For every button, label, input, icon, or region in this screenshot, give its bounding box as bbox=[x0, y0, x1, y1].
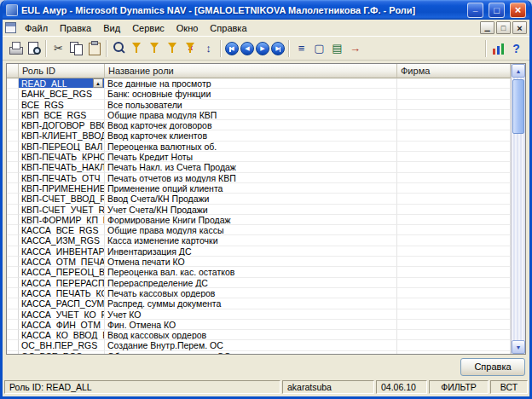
cell-firm[interactable] bbox=[397, 78, 511, 89]
menu-item-1[interactable]: Правка bbox=[54, 21, 97, 35]
row-selector[interactable] bbox=[7, 215, 19, 225]
cell-role-name[interactable]: Ввод Счета/КН Продажи bbox=[105, 194, 397, 204]
row-selector[interactable] bbox=[7, 205, 19, 215]
table-row[interactable]: КАССА_ИЗМ_RGSКасса изменение карточки bbox=[7, 235, 511, 246]
cell-role-name[interactable]: Фин. Отмена КО bbox=[105, 320, 397, 330]
cell-role-id[interactable]: КВП-ПЕЧАТЬ_КРНОТ_RGS bbox=[19, 152, 105, 162]
cell-role-id[interactable]: ВСЕ_RGS bbox=[19, 100, 105, 110]
cell-role-id[interactable]: КАССА_ОТМ_ПЕЧАТИ_... bbox=[19, 257, 105, 267]
cell-firm[interactable] bbox=[397, 235, 511, 246]
row-selector[interactable] bbox=[7, 309, 19, 320]
minimize-button[interactable] bbox=[467, 3, 483, 18]
cell-role-name[interactable]: Инвентаризация ДС bbox=[105, 246, 397, 257]
cell-role-name[interactable]: Все пользователи bbox=[105, 100, 397, 110]
cell-role-name[interactable]: Ввод карточек клиентов bbox=[105, 130, 397, 141]
table-row[interactable]: КАССА_УЧЕТ_КО_RGSУчет КО bbox=[7, 309, 511, 320]
table-row[interactable]: КВП-ПЕЧАТЬ_НАКЛ_RGSПечать Накл. из Счета… bbox=[7, 162, 511, 172]
cell-firm[interactable] bbox=[397, 267, 511, 277]
cell-role-id[interactable]: КАССА_ИНВЕНТАР_RGS bbox=[19, 246, 105, 257]
cell-role-id[interactable]: КАССА_ФИН_ОТМ_КО_... bbox=[19, 320, 105, 330]
navigate-icon[interactable]: → bbox=[346, 39, 364, 57]
table-row[interactable]: КВП_ВСЕ_RGSОбщие права модуля КВП bbox=[7, 110, 511, 120]
print-icon[interactable] bbox=[7, 39, 25, 57]
cell-role-id[interactable]: КАССА_РАСП_СУММЫ_... bbox=[19, 298, 105, 309]
cell-role-id[interactable]: КВП-СЧЕТ_ВВОД_RGS bbox=[19, 194, 105, 204]
table-row[interactable]: ОС_ВН.ПЕР_RGSСоздание Внутр.Перем. ОС bbox=[7, 340, 511, 350]
column-header-role-id[interactable]: Роль ID bbox=[19, 64, 105, 78]
cell-role-name[interactable]: Распред. суммы документа bbox=[105, 298, 397, 309]
row-selector[interactable] bbox=[7, 173, 19, 183]
table-row[interactable]: КАССА_ОТМ_ПЕЧАТИ_...Отмена печати КО bbox=[7, 257, 511, 267]
cell-role-name[interactable]: Печать отчетов из модуля КВП bbox=[105, 173, 397, 183]
table-row[interactable]: КАССА_ПЕРЕОЦ_ВАЛ_...Переоценка вал. кас.… bbox=[7, 267, 511, 277]
selector-header[interactable] bbox=[7, 64, 19, 78]
cell-firm[interactable] bbox=[397, 215, 511, 225]
cell-firm[interactable] bbox=[397, 205, 511, 215]
cell-firm[interactable] bbox=[397, 330, 511, 340]
table-row[interactable]: КАССА_ИНВЕНТАР_RGSИнвентаризация ДС bbox=[7, 246, 511, 257]
cell-role-name[interactable]: Общие права модуля кассы bbox=[105, 225, 397, 235]
cell-role-name[interactable]: Общие права для модуля ОС bbox=[105, 351, 397, 354]
cell-role-name[interactable]: Банк: основные функции bbox=[105, 89, 397, 99]
table-row[interactable]: КАССА_КО_ВВОД_RGSВвод кассовых ордеров bbox=[7, 330, 511, 340]
table-row[interactable]: КВП-ПЕРЕОЦ_ВАЛ_RGSПереоценка валютных об… bbox=[7, 142, 511, 152]
cell-firm[interactable] bbox=[397, 130, 511, 141]
table-row[interactable]: КВП-ФОРМИР_КП_RGSФормирование Книги Прод… bbox=[7, 215, 511, 225]
cell-role-name[interactable]: Печать кассовых ордеров bbox=[105, 288, 397, 298]
cell-firm[interactable] bbox=[397, 100, 511, 110]
cell-role-id[interactable]: КВП_ВСЕ_RGS bbox=[19, 110, 105, 120]
cell-firm[interactable] bbox=[397, 257, 511, 267]
cell-role-id[interactable]: БАНК_ВСЕ_RGS bbox=[19, 89, 105, 99]
cell-role-id[interactable]: КАССА_КО_ВВОД_RGS bbox=[19, 330, 105, 340]
cell-firm[interactable] bbox=[397, 340, 511, 350]
row-selector[interactable] bbox=[7, 100, 19, 110]
cell-role-id[interactable]: ОС_ВН.ПЕР_RGS bbox=[19, 340, 105, 350]
cell-role-name[interactable]: Ввод кассовых ордеров bbox=[105, 330, 397, 340]
mdi-minimize-button[interactable] bbox=[480, 21, 494, 34]
cell-role-id[interactable]: КАССА_УЧЕТ_КО_RGS bbox=[19, 309, 105, 320]
cell-role-id[interactable]: КВП-ДОГОВОР_ВВОД_... bbox=[19, 120, 105, 130]
cell-role-id[interactable]: КВП-СЧЕТ_УЧЕТ_RGS bbox=[19, 205, 105, 215]
flow-filter-icon[interactable] bbox=[164, 39, 182, 57]
copy-icon[interactable] bbox=[67, 39, 85, 57]
cell-role-name[interactable]: Формирование Книги Продаж bbox=[105, 215, 397, 225]
table-row[interactable]: КАССА_ВСЕ_RGSОбщие права модуля кассы bbox=[7, 225, 511, 235]
row-selector[interactable] bbox=[7, 194, 19, 204]
cell-firm[interactable] bbox=[397, 120, 511, 130]
cell-firm[interactable] bbox=[397, 152, 511, 162]
row-selector[interactable] bbox=[7, 235, 19, 246]
row-selector[interactable] bbox=[7, 152, 19, 162]
row-selector[interactable] bbox=[7, 130, 19, 141]
row-selector[interactable] bbox=[7, 267, 19, 277]
cell-role-name[interactable]: Переоценка валютных об. bbox=[105, 142, 397, 152]
cell-role-name[interactable]: Отмена печати КО bbox=[105, 257, 397, 267]
row-selector[interactable] bbox=[7, 278, 19, 288]
table-row[interactable]: КАССА_РАСП_СУММЫ_...Распред. суммы докум… bbox=[7, 298, 511, 309]
cell-role-id[interactable]: ОС_ВСЕ_RGS bbox=[19, 351, 105, 354]
table-row[interactable]: КВП-СЧЕТ_УЧЕТ_RGSУчет Счета/КН Продажи bbox=[7, 205, 511, 215]
table-row[interactable]: READ_ALL▲Все данные на просмотр bbox=[7, 78, 511, 89]
cell-role-id[interactable]: КВП-КЛИЕНТ_ВВОД_RGS bbox=[19, 130, 105, 141]
cell-role-id[interactable]: КАССА_ПЕРЕРАСПР_RGS bbox=[19, 278, 105, 288]
menu-item-4[interactable]: Окно bbox=[171, 21, 205, 35]
row-selector[interactable] bbox=[7, 183, 19, 194]
table-row[interactable]: БАНК_ВСЕ_RGSБанк: основные функции bbox=[7, 89, 511, 99]
cell-role-id[interactable]: КВП-ПЕРЕОЦ_ВАЛ_RGS bbox=[19, 142, 105, 152]
cell-firm[interactable] bbox=[397, 288, 511, 298]
cell-role-id[interactable]: КАССА_ПЕЧАТЬ_КО_RGS bbox=[19, 288, 105, 298]
row-selector[interactable] bbox=[7, 225, 19, 235]
table-row[interactable]: ОС_ВСЕ_RGSОбщие права для модуля ОС bbox=[7, 351, 511, 354]
cell-role-name[interactable]: Ввод карточек договоров bbox=[105, 120, 397, 130]
sort-icon[interactable]: ↕ bbox=[200, 39, 217, 57]
cell-role-id[interactable]: КВП-ПЕЧАТЬ_ОТЧ_RGS bbox=[19, 173, 105, 183]
row-selector[interactable] bbox=[7, 330, 19, 340]
table-row[interactable]: КВП-СЧЕТ_ВВОД_RGSВвод Счета/КН Продажи bbox=[7, 194, 511, 204]
maximize-button[interactable] bbox=[489, 3, 505, 18]
related-information-icon[interactable]: ▤ bbox=[328, 39, 346, 57]
row-selector[interactable] bbox=[7, 257, 19, 267]
titlebar[interactable]: EUL Амур - Microsoft Dynamics NAV - [GMA… bbox=[3, 0, 529, 20]
row-selector[interactable] bbox=[7, 288, 19, 298]
row-selector[interactable] bbox=[7, 120, 19, 130]
row-selector[interactable] bbox=[7, 78, 19, 89]
cell-role-id[interactable]: READ_ALL▲ bbox=[19, 78, 105, 89]
